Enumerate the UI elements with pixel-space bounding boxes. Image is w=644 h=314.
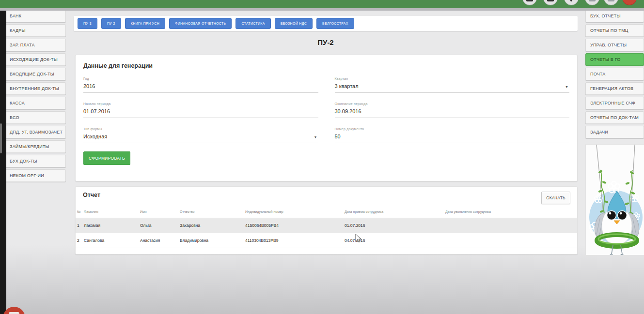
column-header: Фамилия [84, 206, 140, 218]
field-value: 30.09.2016 [335, 108, 570, 114]
chevron-down-icon[interactable]: ▼ [565, 85, 568, 89]
form-field[interactable]: Тип формыИсходная▼ [83, 127, 318, 143]
sidebar-item[interactable]: ЭЛЕКТРОННЫЕ СЧФ [585, 97, 644, 109]
field-value: 2016 [83, 83, 318, 89]
sidebar-item[interactable]: ОТЧЕТЫ ПО ТМЦ [585, 24, 644, 37]
tab-button[interactable]: ФИНАНСОВАЯ ОТЧЕТНОСТЬ [169, 18, 232, 29]
report-tabbar: ПУ-3ПУ-2КНИГА ПРИ УСНФИНАНСОВАЯ ОТЧЕТНОС… [74, 16, 578, 31]
icon-glyph [589, 0, 596, 1]
field-value: Исходная [83, 134, 318, 139]
camera-icon [9, 312, 19, 314]
sidebar-item[interactable]: ЗАДАЧИ [585, 126, 644, 138]
table-cell: Владимировна [180, 233, 245, 248]
browser-action-icon[interactable] [522, 0, 537, 5]
field-label: Окончание периода [335, 102, 570, 105]
icon-glyph [570, 0, 572, 1]
column-header: Индивидуальный номер [245, 206, 345, 218]
column-header: Дата приема сотрудника [345, 206, 445, 218]
field-value: 01.07.2016 [83, 108, 318, 114]
left-edge-strip [0, 0, 6, 314]
sidebar-item-active[interactable]: ОТЧЕТЫ В ГО [585, 53, 644, 66]
field-label: Квартал [335, 77, 570, 80]
sidebar-item[interactable]: УПРАВ. ОТЧЕТЫ [585, 39, 644, 51]
table-cell: 1 [76, 218, 84, 233]
chevron-down-icon[interactable]: ▼ [314, 135, 317, 139]
form-field[interactable]: Начало периода01.07.2016 [83, 102, 318, 118]
tab-button[interactable]: БЕЛГОССТРАХ [316, 18, 354, 29]
browser-action-icon[interactable] [564, 0, 579, 5]
icon-glyph [547, 0, 554, 1]
field-value: 50 [335, 134, 570, 139]
form-field[interactable]: Номер документа50 [335, 127, 570, 143]
field-label: Тип формы [83, 127, 318, 131]
sidebar-item[interactable]: ДПД, УТ, ВЗАИМОЗАЧЕТ [5, 126, 66, 138]
top-green-bar [0, 0, 644, 8]
table-header-row: №ФамилияИмяОтчествоИндивидуальный номерД… [76, 206, 577, 218]
tab-button[interactable]: ПУ-2 [101, 18, 121, 29]
sidebar-item[interactable]: НЕКОМ ОРГ-ИИ [5, 169, 66, 182]
table-cell: 4110304B013PB9 [245, 233, 345, 248]
tab-button[interactable]: СТАТИСТИКА [236, 18, 270, 29]
record-icon[interactable] [622, 0, 637, 5]
table-cell: Захаровна [180, 218, 245, 233]
table-cell: Лакомая [84, 218, 140, 233]
form-field[interactable]: Год2016 [83, 77, 318, 93]
table-cell: 4150064B005PB4 [245, 218, 345, 233]
browser-action-icon[interactable] [604, 0, 618, 5]
right-sidebar: БУХ. ОТЧЕТЫОТЧЕТЫ ПО ТМЦУПРАВ. ОТЧЕТЫОТЧ… [585, 10, 644, 140]
table-row[interactable]: 1ЛакомаяОльгаЗахаровна4150064B005PB401.0… [76, 218, 577, 233]
report-card: Отчет СКАЧАТЬ №ФамилияИмяОтчествоИндивид… [75, 186, 578, 254]
generation-form-card: Данные для генерации Год2016Квартал3 ква… [75, 55, 578, 181]
report-table: №ФамилияИмяОтчествоИндивидуальный номерД… [76, 206, 577, 248]
tab-button[interactable]: ВВОЗНОЙ НДС [275, 18, 313, 29]
icon-glyph [608, 0, 614, 1]
sidebar-item[interactable]: БУХ ДОК-ТЫ [5, 155, 66, 167]
browser-action-icon[interactable] [543, 0, 558, 5]
sidebar-item[interactable]: ВХОДЯЩИЕ ДОК-ТЫ [5, 68, 66, 80]
edge-scrollbar[interactable] [0, 123, 2, 153]
field-label: Начало периода [83, 102, 318, 105]
sidebar-item[interactable]: КАДРЫ [5, 24, 66, 37]
sidebar-item[interactable]: ВНУТРЕННИЕ ДОК-ТЫ [5, 82, 66, 95]
generate-button[interactable]: СФОРМИРОВАТЬ [83, 151, 130, 165]
mascot-panel [585, 144, 644, 255]
report-title: Отчет [83, 192, 100, 198]
table-cell [445, 233, 577, 248]
browser-action-icon[interactable] [585, 0, 599, 5]
column-header: № [76, 206, 84, 218]
table-cell: Ольга [140, 218, 180, 233]
tab-button[interactable]: КНИГА ПРИ УСН [125, 18, 165, 29]
field-label: Номер документа [335, 127, 570, 131]
tab-button[interactable]: ПУ-3 [78, 18, 97, 29]
download-button[interactable]: СКАЧАТЬ [541, 192, 570, 204]
form-field[interactable]: Квартал3 квартал▼ [335, 77, 570, 93]
column-header: Дата увольнения сотрудника [445, 206, 577, 218]
page-title: ПУ-2 [74, 38, 578, 46]
sidebar-item[interactable]: КАССА [5, 97, 66, 109]
table-row[interactable]: 2СангаловаАнастасияВладимировна4110304B0… [76, 233, 577, 248]
icon-glyph [526, 0, 533, 1]
sidebar-item[interactable]: БУХ. ОТЧЕТЫ [585, 10, 644, 22]
sidebar-item[interactable]: ЗАЙМЫ/КРЕДИТЫ [5, 140, 66, 153]
sidebar-item[interactable]: ПОЧТА [585, 68, 644, 80]
sidebar-item[interactable]: ГЕНЕРАЦИЯ АКТОВ [585, 82, 644, 95]
left-sidebar: БАНККАДРЫЗАР. ПЛАТАИСХОДЯЩИЕ ДОК-ТЫВХОДЯ… [5, 10, 66, 184]
field-label: Год [83, 77, 318, 80]
window-divider [0, 8, 644, 11]
table-cell: 2 [76, 233, 84, 248]
form-field[interactable]: Окончание периода30.09.2016 [335, 102, 570, 118]
table-cell: 01.07.2016 [345, 218, 445, 233]
bird-on-swing-illustration [586, 145, 644, 255]
table-cell: Сангалова [84, 233, 140, 248]
sidebar-item[interactable]: ЗАР. ПЛАТА [5, 39, 66, 51]
sidebar-item[interactable]: ОТЧЕТЫ ПО ДОК-ТАМ [585, 111, 644, 124]
table-cell: Анастасия [140, 233, 180, 248]
sidebar-item[interactable]: БСО [5, 111, 66, 124]
field-value: 3 квартал [335, 83, 570, 89]
column-header: Отчество [180, 206, 245, 218]
form-fields: Год2016Квартал3 квартал▼Начало периода01… [83, 77, 569, 143]
sidebar-item[interactable]: БАНК [5, 10, 66, 22]
sidebar-item[interactable]: ИСХОДЯЩИЕ ДОК-ТЫ [5, 53, 66, 66]
column-header: Имя [140, 206, 180, 218]
mouse-cursor [355, 234, 362, 243]
